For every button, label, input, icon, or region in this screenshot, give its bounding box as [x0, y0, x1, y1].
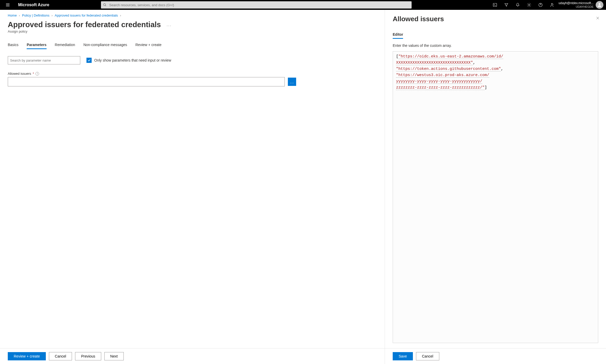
chevron-right-icon: › [120, 13, 121, 17]
editor-string-3b: yyyyyyyy-yyyy-yyyy-yyyy-yyyyyyyyyyyy/ [396, 79, 482, 84]
allowed-issuers-input[interactable] [8, 77, 285, 86]
tab-noncompliance[interactable]: Non-compliance messages [83, 41, 127, 49]
info-icon[interactable]: i [35, 72, 39, 76]
panel-footer: Save Cancel [385, 348, 606, 364]
page-more-actions[interactable]: ... [165, 23, 173, 27]
allowed-issuers-field-row: ... [8, 77, 377, 86]
account-block[interactable]: udayh@ntdev.microsoft... UDAYHEGDE [559, 2, 594, 8]
filter-checkbox-wrap[interactable]: Only show parameters that need input or … [86, 58, 171, 63]
filter-icon[interactable] [504, 2, 509, 8]
svg-point-5 [599, 3, 601, 5]
open-editor-button[interactable]: ... [288, 78, 296, 86]
breadcrumb-policy[interactable]: Policy | Definitions [22, 13, 49, 17]
editor-open-bracket: [ [396, 54, 398, 59]
help-icon[interactable] [538, 2, 543, 8]
menu-toggle[interactable] [3, 0, 13, 10]
allowed-issuers-panel: Allowed issuers Editor Enter the values … [385, 10, 606, 364]
editor-string-3c: zzzzzzzz-zzzz-zzzz-zzzz-zzzzzzzzzzzz/" [396, 85, 485, 90]
filter-checkbox-label: Only show parameters that need input or … [94, 58, 171, 62]
feedback-icon[interactable] [549, 2, 554, 8]
tab-basics[interactable]: Basics [8, 41, 18, 49]
brand-label: Microsoft Azure [18, 3, 49, 7]
tab-review-create[interactable]: Review + create [135, 41, 162, 49]
editor-sep-1: , [473, 61, 475, 65]
page-title-row: Approved issuers for federated credentia… [8, 20, 377, 29]
filter-checkbox[interactable] [86, 58, 92, 63]
breadcrumb-home[interactable]: Home [8, 13, 17, 17]
required-asterisk: * [33, 72, 34, 76]
panel-hint: Enter the values of the custom array. [393, 43, 598, 48]
chevron-right-icon: › [19, 13, 20, 17]
editor-string-2: "https://token.actions.githubusercontent… [396, 67, 501, 71]
global-search-input[interactable] [109, 3, 410, 7]
panel-title: Allowed issuers [393, 15, 598, 23]
breadcrumb: Home › Policy | Definitions › Approved i… [8, 13, 377, 17]
cloud-shell-icon[interactable] [492, 2, 498, 8]
check-icon [87, 58, 91, 62]
notifications-icon[interactable] [515, 2, 520, 8]
topbar-utility-icons [492, 2, 554, 8]
next-button[interactable]: Next [104, 352, 124, 360]
svg-rect-1 [493, 3, 497, 6]
tab-parameters[interactable]: Parameters [27, 41, 46, 49]
chevron-right-icon: › [52, 13, 53, 17]
avatar[interactable] [596, 1, 603, 9]
editor-string-3a: "https://westus3.oic.prod-aks.azure.com/ [396, 73, 489, 78]
editor-string-1a: "https://oidc.eks.us-east-2.amazonaws.co… [398, 54, 503, 59]
panel-cancel-button[interactable]: Cancel [416, 352, 439, 360]
panel-tab-editor[interactable]: Editor [393, 31, 403, 39]
editor-string-1b: XXXXXXXXXXXXXXXXXXXXXXXXXXXXXXXX" [396, 61, 473, 65]
parameter-search-input[interactable] [8, 56, 80, 64]
tab-remediation[interactable]: Remediation [55, 41, 75, 49]
account-tenant: UDAYHEGDE [576, 5, 594, 8]
close-panel-button[interactable] [595, 15, 601, 21]
search-icon [103, 3, 107, 7]
editor-close-bracket: ] [485, 85, 487, 90]
settings-icon[interactable] [527, 2, 532, 8]
previous-button[interactable]: Previous [75, 352, 101, 360]
close-icon [596, 16, 600, 20]
page-subtitle: Assign policy [8, 29, 377, 33]
top-nav-bar: Microsoft Azure udayh@ntdev.microsoft...… [0, 0, 606, 10]
main-footer: Review + create Cancel Previous Next [0, 348, 385, 364]
breadcrumb-approved-issuers[interactable]: Approved issuers for federated credentia… [55, 13, 118, 17]
page-title: Approved issuers for federated credentia… [8, 20, 161, 29]
cancel-button[interactable]: Cancel [49, 352, 72, 360]
json-editor[interactable]: ["https://oidc.eks.us-east-2.amazonaws.c… [393, 51, 598, 343]
account-email: udayh@ntdev.microsoft... [559, 2, 594, 5]
review-create-button[interactable]: Review + create [8, 352, 46, 360]
editor-sep-2: , [501, 67, 503, 71]
svg-point-4 [551, 3, 552, 5]
allowed-issuers-label-row: Allowed issuers * i [8, 72, 377, 76]
save-button[interactable]: Save [393, 352, 413, 360]
global-search[interactable] [101, 1, 412, 9]
svg-point-0 [104, 4, 106, 6]
wizard-tabs: Basics Parameters Remediation Non-compli… [8, 41, 377, 49]
main-pane: Home › Policy | Definitions › Approved i… [0, 10, 385, 364]
allowed-issuers-label: Allowed issuers [8, 72, 31, 76]
panel-tabs: Editor [393, 31, 598, 39]
svg-point-2 [528, 4, 530, 6]
filter-row: Only show parameters that need input or … [8, 56, 377, 64]
